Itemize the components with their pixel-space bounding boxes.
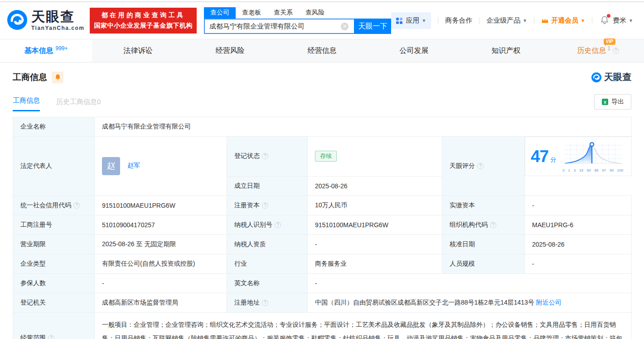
- chevron-down-icon: ▼: [421, 18, 426, 23]
- business-scope-value: 一般项目：企业管理；企业管理咨询；组织文化艺术交流活动；专业设计服务；平面设计；…: [95, 312, 632, 339]
- staff-size-value: -: [525, 254, 632, 273]
- help-icon[interactable]: ?: [490, 222, 496, 228]
- tab-label: 公司发展: [400, 46, 429, 56]
- apps-label: 应用: [406, 16, 419, 25]
- divider: [479, 17, 479, 24]
- score-value: 47 分: [525, 137, 632, 176]
- company-type-label: 企业类型: [13, 254, 95, 273]
- legal-rep-value: 赵 赵军: [95, 137, 227, 196]
- subtab-business-registration[interactable]: 工商信息: [13, 96, 40, 111]
- english-name-value: -: [308, 273, 632, 293]
- search-tab-relation[interactable]: 查关系: [267, 7, 299, 19]
- tab-history-info[interactable]: VIP 历史信息 1 ?: [552, 39, 644, 62]
- reg-capital-value: 10万人民币: [308, 196, 442, 215]
- table-row: 登记机关 成都高新区市场监督管理局 注册地址? 中国（四川）自由贸易试验区成都高…: [13, 293, 632, 312]
- search-tabs: 查公司 查老板 查关系 查风险: [204, 7, 391, 19]
- business-info-table: 企业名称 成都马宁有限企业管理有限公司 法定代表人 赵 赵军 登记状态 ? 存续…: [13, 117, 632, 339]
- open-vip-button[interactable]: 开通会员 ▼: [541, 16, 585, 25]
- promo-banner: 都在用的商业查询工具 国家中小企业发展子基金旗下机构: [90, 8, 197, 33]
- export-button[interactable]: x 导出: [594, 94, 631, 110]
- paid-capital-label: 实缴资本: [442, 196, 525, 215]
- help-icon[interactable]: ?: [262, 153, 268, 159]
- company-name-label: 企业名称: [13, 117, 95, 137]
- tab-label: 经营风险: [216, 46, 245, 56]
- nav-cooperation[interactable]: 商务合作: [445, 16, 472, 25]
- apps-menu[interactable]: 应用 ▼: [391, 12, 431, 29]
- export-label: 导出: [611, 98, 624, 106]
- user-menu[interactable]: 费米 ▼: [613, 16, 633, 25]
- username: 费米: [613, 16, 626, 25]
- logo-domain: TianYanCha.com: [31, 25, 84, 31]
- org-code-label: 组织机构代码?: [442, 215, 525, 234]
- enterprise-label: 企业级产品: [486, 16, 520, 25]
- table-row: 参保人数 - 英文名称 -: [13, 273, 632, 293]
- approval-date-label: 核准日期: [442, 234, 525, 254]
- tab-count-badge: 999+: [55, 45, 68, 52]
- tianyancha-logo-icon: [6, 9, 28, 33]
- logo-brand: 天眼查: [31, 10, 84, 24]
- search-button[interactable]: 天眼一下: [354, 19, 391, 34]
- tab-count: 1: [607, 45, 610, 52]
- help-icon[interactable]: ?: [262, 202, 268, 209]
- notification-bell[interactable]: [600, 15, 609, 26]
- help-icon[interactable]: ?: [477, 163, 484, 169]
- divider: [592, 17, 592, 24]
- insured-count-label: 参保人数: [13, 273, 95, 293]
- industry-value: 商务服务业: [308, 254, 442, 273]
- business-term-label: 营业期限: [13, 234, 95, 254]
- section-title: 工商信息: [13, 72, 47, 83]
- crown-icon: [541, 17, 549, 24]
- reg-number-value: 510109004170257: [95, 215, 227, 234]
- reg-address-value: 中国（四川）自由贸易试验区成都高新区交子北一路88号1栋2单元14层1413号 …: [308, 293, 632, 312]
- excel-icon: x: [601, 98, 609, 105]
- legal-rep-link[interactable]: 赵军: [127, 162, 140, 169]
- header: 天眼查 TianYanCha.com 都在用的商业查询工具 国家中小企业发展子基…: [0, 2, 644, 39]
- help-icon[interactable]: ?: [73, 202, 80, 209]
- vip-label: 开通会员: [551, 16, 578, 25]
- notification-dot: [607, 14, 610, 18]
- subtab-row: 工商信息 历史工商信息0 x 导出: [13, 94, 631, 111]
- help-icon[interactable]: ?: [613, 48, 619, 54]
- credit-code-value: 91510100MAEU1PRG6W: [95, 196, 227, 215]
- orange-bell-icon: [54, 74, 61, 81]
- table-row: 经营范围? 一般项目：企业管理；企业管理咨询；组织文化艺术交流活动；专业设计服务…: [13, 312, 632, 339]
- tab-label: 历史信息: [577, 46, 606, 56]
- reg-number-label: 工商注册号: [13, 215, 95, 234]
- svg-text:x: x: [604, 100, 606, 105]
- tab-intellectual-property[interactable]: 知识产权: [460, 39, 552, 62]
- search-tab-risk[interactable]: 查风险: [299, 7, 331, 19]
- tab-label: 基本信息: [24, 46, 53, 56]
- search-row: ✕ 天眼一下: [204, 19, 391, 34]
- taxpayer-quality-label: 纳税人资质: [227, 234, 308, 254]
- help-icon[interactable]: ?: [275, 222, 281, 228]
- reg-status-value: 存续: [308, 137, 442, 177]
- divider: [438, 17, 438, 24]
- section-header: 工商信息 天眼查: [13, 71, 631, 83]
- tab-company-development[interactable]: 公司发展: [368, 39, 460, 62]
- chevron-down-icon: ▼: [523, 18, 527, 23]
- search-tab-boss[interactable]: 查老板: [236, 7, 267, 19]
- search-input[interactable]: [204, 19, 354, 34]
- approval-date-value: 2025-08-26: [525, 234, 632, 254]
- tab-business-info[interactable]: 经营信息: [276, 39, 368, 62]
- subtab-history-registration[interactable]: 历史工商信息0: [56, 98, 101, 111]
- help-icon[interactable]: ?: [262, 300, 268, 306]
- monitor-bell-button[interactable]: [52, 72, 63, 83]
- tab-legal-proceedings[interactable]: 法律诉讼: [92, 39, 184, 62]
- avatar[interactable]: 赵: [102, 157, 120, 175]
- paid-capital-value: -: [525, 196, 632, 215]
- score-number: 47: [531, 147, 548, 166]
- tab-basic-info[interactable]: 基本信息 999+: [0, 39, 92, 62]
- logo-text: 天眼查 TianYanCha.com: [31, 10, 84, 31]
- nav-enterprise-products[interactable]: 企业级产品 ▼: [486, 16, 527, 25]
- main-tabbar: 基本信息 999+ 法律诉讼 经营风险 经营信息 公司发展 知识产权 VIP 历…: [0, 39, 644, 62]
- org-code-value: MAEU1PRG-6: [525, 215, 632, 234]
- search-tab-company[interactable]: 查公司: [204, 7, 236, 19]
- help-icon[interactable]: ?: [48, 335, 54, 339]
- nearby-companies-link[interactable]: 附近公司: [536, 299, 562, 306]
- business-scope-label: 经营范围?: [13, 312, 95, 339]
- tianyancha-logo[interactable]: 天眼查 TianYanCha.com: [6, 9, 84, 33]
- promo-banner-line1: 都在用的商业查询工具: [94, 11, 193, 19]
- tab-operational-risk[interactable]: 经营风险: [184, 39, 276, 62]
- table-row: 法定代表人 赵 赵军 登记状态 ? 存续 天眼评分 ? 4: [13, 137, 632, 177]
